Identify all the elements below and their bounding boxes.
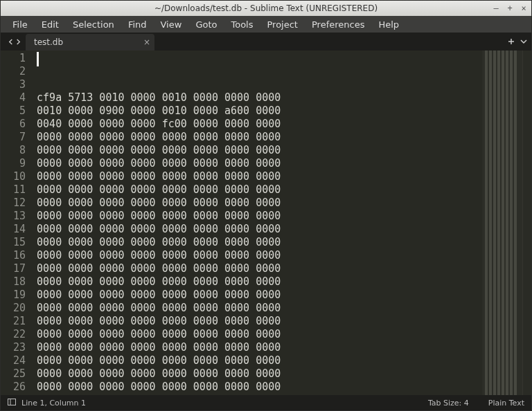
menu-item-help[interactable]: Help	[372, 17, 405, 32]
code-line: 0000 0000 0000 0000 0000 0000 0000 0000	[37, 262, 482, 275]
code-line: 0000 0000 0000 0000 0000 0000 0000 0000	[37, 315, 482, 328]
line-number: 26	[13, 381, 26, 394]
line-number: 3	[13, 78, 26, 91]
code-line: 0000 0000 0000 0000 0000 0000 0000 0000	[37, 223, 482, 236]
code-line: 0000 0000 0000 0000 0000 0000 0000 0000	[37, 131, 482, 144]
line-number: 11	[13, 183, 26, 197]
tab-dropdown-icon[interactable]	[520, 37, 527, 47]
line-number-gutter: 1234567891011121314151617181920212223242…	[1, 51, 33, 395]
code-line: 0010 0000 0900 0000 0010 0000 a600 0000	[37, 104, 482, 118]
minimap[interactable]	[482, 51, 522, 395]
panel-switcher-icon[interactable]	[8, 398, 16, 408]
minimize-button[interactable]: –	[491, 3, 501, 13]
menu-item-selection[interactable]: Selection	[66, 17, 121, 32]
tab-label: test.db	[34, 37, 63, 47]
text-cursor	[37, 52, 39, 66]
status-tab-size[interactable]: Tab Size: 4	[428, 399, 469, 408]
line-number: 19	[13, 289, 26, 302]
tab-test-db[interactable]: test.db ×	[26, 34, 154, 51]
code-line: 0000 0000 0000 0000 0000 0000 0000 0000	[37, 157, 482, 170]
minimap-column	[485, 51, 488, 395]
title-bar: ~/Downloads/test.db - Sublime Text (UNRE…	[1, 1, 531, 16]
tab-nav	[3, 33, 26, 51]
menu-item-tools[interactable]: Tools	[224, 17, 259, 32]
minimap-column	[506, 51, 508, 395]
minimap-column	[510, 51, 513, 395]
line-number: 4	[13, 91, 26, 104]
menu-item-file[interactable]: File	[6, 17, 34, 32]
menu-item-project[interactable]: Project	[260, 17, 303, 32]
menu-item-view[interactable]: View	[154, 17, 188, 32]
svg-rect-0	[8, 399, 16, 405]
editor-area: 1234567891011121314151617181920212223242…	[1, 51, 531, 395]
line-number: 6	[13, 118, 26, 131]
minimap-column	[493, 51, 496, 395]
line-number: 10	[13, 170, 26, 183]
menu-bar: FileEditSelectionFindViewGotoToolsProjec…	[1, 16, 531, 33]
line-number: 1	[13, 52, 26, 65]
minimap-column	[502, 51, 504, 395]
line-number: 25	[13, 367, 26, 381]
window-title: ~/Downloads/test.db - Sublime Text (UNRE…	[154, 3, 378, 13]
line-number: 16	[13, 249, 26, 262]
code-line: 0000 0000 0000 0000 0000 0000 0000 0000	[37, 144, 482, 157]
minimap-column	[497, 51, 500, 395]
code-line: 0000 0000 0000 0000 0000 0000 0000 0000	[37, 197, 482, 210]
line-number: 7	[13, 131, 26, 144]
status-syntax[interactable]: Plain Text	[488, 399, 524, 408]
line-number: 12	[13, 197, 26, 210]
code-view[interactable]: cf9a 5713 0010 0000 0010 0000 0000 00000…	[33, 51, 482, 395]
line-number: 15	[13, 236, 26, 249]
code-line: 0000 0000 0000 0000 0000 0000 0000 0000	[37, 367, 482, 381]
line-number: 21	[13, 315, 26, 328]
code-line: 0000 0000 0000 0000 0000 0000 0000 0000	[37, 302, 482, 315]
line-number: 23	[13, 341, 26, 354]
code-line: 0000 0000 0000 0000 0000 0000 0000 0000	[37, 275, 482, 289]
line-number: 13	[13, 210, 26, 223]
line-number: 8	[13, 144, 26, 157]
line-number: 22	[13, 328, 26, 341]
code-line: 0000 0000 0000 0000 0000 0000 0000 0000	[37, 170, 482, 183]
line-number: 24	[13, 354, 26, 367]
app-window: ~/Downloads/test.db - Sublime Text (UNRE…	[0, 0, 532, 411]
menu-item-edit[interactable]: Edit	[35, 17, 65, 32]
line-number: 2	[13, 65, 26, 78]
tab-prev-icon[interactable]	[8, 37, 14, 47]
code-line: 0000 0000 0000 0000 0000 0000 0000 0000	[37, 381, 482, 394]
code-line: 0000 0000 0000 0000 0000 0000 0000 0000	[37, 210, 482, 223]
status-position[interactable]: Line 1, Column 1	[21, 399, 86, 408]
line-number: 5	[13, 104, 26, 118]
line-number: 18	[13, 275, 26, 289]
code-line: 0000 0000 0000 0000 0000 0000 0000 0000	[37, 183, 482, 197]
line-number: 9	[13, 157, 26, 170]
tab-next-icon[interactable]	[15, 37, 21, 47]
menu-item-goto[interactable]: Goto	[189, 17, 223, 32]
menu-item-preferences[interactable]: Preferences	[305, 17, 371, 32]
tab-close-icon[interactable]: ×	[143, 37, 150, 47]
code-line: 0000 0000 0000 0000 0000 0000 0000 0000	[37, 289, 482, 302]
code-line: 0000 0000 0000 0000 0000 0000 0000 0000	[37, 354, 482, 367]
maximize-button[interactable]: +	[505, 3, 515, 13]
status-bar: Line 1, Column 1 Tab Size: 4 Plain Text	[1, 395, 531, 410]
menu-item-find[interactable]: Find	[122, 17, 153, 32]
window-controls: – + ×	[491, 1, 529, 16]
code-line: 0000 0000 0000 0000 0000 0000 0000 0000	[37, 236, 482, 249]
code-line: 0000 0000 0000 0000 0000 0000 0000 0000	[37, 328, 482, 341]
code-line: 0000 0000 0000 0000 0000 0000 0000 0000	[37, 249, 482, 262]
minimap-column	[514, 51, 517, 395]
line-number: 14	[13, 223, 26, 236]
code-line: 0040 0000 0000 0000 fc00 0000 0000 0000	[37, 118, 482, 131]
new-tab-icon[interactable]	[508, 37, 515, 47]
vertical-scrollbar[interactable]	[522, 51, 531, 395]
tab-bar: test.db ×	[1, 33, 531, 51]
minimap-column	[489, 51, 492, 395]
code-line: 0000 0000 0000 0000 0000 0000 0000 0000	[37, 394, 482, 395]
code-line: cf9a 5713 0010 0000 0010 0000 0000 0000	[37, 91, 482, 104]
code-line: 0000 0000 0000 0000 0000 0000 0000 0000	[37, 341, 482, 354]
line-number: 20	[13, 302, 26, 315]
line-number: 17	[13, 262, 26, 275]
close-button[interactable]: ×	[519, 3, 529, 13]
